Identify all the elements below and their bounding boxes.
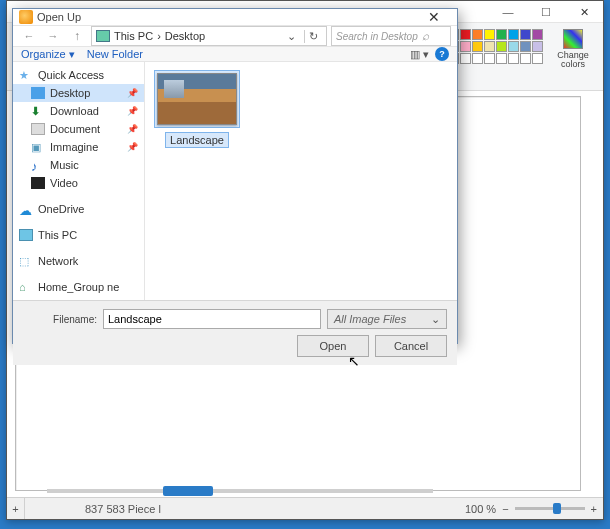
dialog-title: Open Up (37, 11, 81, 23)
pin-icon: 📌 (127, 142, 138, 152)
sidebar-item-quick-access[interactable]: Quick Access (13, 66, 144, 84)
sidebar-item-this-pc[interactable]: This PC (13, 226, 144, 244)
file-area[interactable]: Landscape (145, 62, 457, 300)
color-swatch[interactable] (496, 41, 507, 52)
thumb-frame (154, 70, 240, 128)
magnifier-icon (422, 29, 429, 43)
sidebar-item-label: Desktop (50, 87, 90, 99)
color-swatch[interactable] (460, 29, 471, 40)
music-icon (31, 159, 45, 171)
color-swatch[interactable] (496, 53, 507, 64)
color-swatch[interactable] (520, 29, 531, 40)
pic-icon (31, 141, 45, 153)
color-swatch[interactable] (484, 41, 495, 52)
sidebar-item-document[interactable]: Document📌 (13, 120, 144, 138)
organize-menu[interactable]: Organize ▾ (21, 48, 75, 61)
chevron-right-icon: › (157, 30, 161, 42)
sidebar-item-label: Video (50, 177, 78, 189)
sidebar-item-label: Home_Group ne (38, 281, 119, 293)
search-icon: Search in Desktop (336, 31, 418, 42)
sidebar-item-label: This PC (38, 229, 77, 241)
color-swatch[interactable] (496, 29, 507, 40)
color-swatch[interactable] (460, 41, 471, 52)
crumb-pc[interactable]: This PC (114, 30, 153, 42)
breadcrumb[interactable]: This PC › Desktop ⌄ ↻ (91, 26, 327, 46)
sidebar-item-label: Document (50, 123, 100, 135)
zoom-slider[interactable] (515, 507, 585, 510)
thumbnail-label: Landscape (165, 132, 229, 148)
open-dialog: Open Up ✕ ← → ↑ This PC › Desktop ⌄ ↻ Se… (12, 8, 458, 344)
color-swatch[interactable] (508, 53, 519, 64)
sidebar: Quick AccessDesktop📌Download📌Document📌Im… (13, 62, 145, 300)
horizontal-scrollbar[interactable] (47, 489, 433, 493)
help-icon[interactable]: ? (435, 47, 449, 61)
status-bar: + 837 583 Piece l 100 % − + (7, 497, 603, 519)
sidebar-item-label: Music (50, 159, 79, 171)
crumb-desktop[interactable]: Desktop (165, 30, 205, 42)
new-folder-button[interactable]: New Folder (87, 48, 143, 60)
sidebar-item-label: Immagine (50, 141, 98, 153)
sidebar-item-download[interactable]: Download📌 (13, 102, 144, 120)
sidebar-item-immagine[interactable]: Immagine📌 (13, 138, 144, 156)
home-icon (19, 281, 33, 293)
pc-icon (19, 229, 33, 241)
search-input[interactable]: Search in Desktop (331, 26, 451, 46)
refresh-button[interactable]: ↻ (304, 30, 322, 43)
change-colors-button[interactable]: Change colors (549, 29, 597, 69)
change-colors-label: Change colors (549, 51, 597, 69)
dialog-toolbar: Organize ▾ New Folder ▥ ▾ ? (13, 47, 457, 62)
sidebar-item-music[interactable]: Music (13, 156, 144, 174)
open-button[interactable]: Open ↖ (297, 335, 369, 357)
color-swatch[interactable] (472, 53, 483, 64)
zoom-out-icon[interactable]: − (502, 503, 508, 515)
od-icon (19, 203, 33, 215)
dl-icon (31, 105, 45, 117)
sidebar-item-label: Network (38, 255, 78, 267)
breadcrumb-dropdown[interactable]: ⌄ (283, 30, 300, 43)
up-button[interactable]: ↑ (67, 26, 87, 46)
forward-button[interactable]: → (43, 26, 63, 46)
zoom-value: 100 % (465, 503, 496, 515)
file-type-filter[interactable]: All Image Files (327, 309, 447, 329)
open-button-label: Open (320, 340, 347, 352)
sidebar-item-desktop[interactable]: Desktop📌 (13, 84, 144, 102)
color-swatch[interactable] (472, 29, 483, 40)
sidebar-item-onedrive[interactable]: OneDrive (13, 200, 144, 218)
color-swatch[interactable] (472, 41, 483, 52)
color-swatch[interactable] (532, 41, 543, 52)
color-swatch[interactable] (532, 29, 543, 40)
sidebar-item-video[interactable]: Video (13, 174, 144, 192)
rainbow-icon (563, 29, 583, 49)
dialog-close-button[interactable]: ✕ (417, 9, 451, 25)
back-button[interactable]: ← (19, 26, 39, 46)
color-swatch[interactable] (520, 53, 531, 64)
sidebar-item-network[interactable]: Network (13, 252, 144, 270)
filename-input[interactable] (103, 309, 321, 329)
close-button[interactable]: ✕ (565, 1, 603, 23)
color-swatch[interactable] (508, 29, 519, 40)
maximize-button[interactable]: ☐ (527, 1, 565, 23)
doc-icon (31, 123, 45, 135)
color-swatch[interactable] (508, 41, 519, 52)
net-icon (19, 255, 33, 267)
color-swatch[interactable] (484, 29, 495, 40)
file-thumbnail-landscape[interactable]: Landscape (153, 70, 241, 148)
desktop-icon (31, 87, 45, 99)
color-swatch[interactable] (520, 41, 531, 52)
color-swatch[interactable] (532, 53, 543, 64)
add-frame-button[interactable]: + (7, 498, 25, 519)
dialog-body: Quick AccessDesktop📌Download📌Document📌Im… (13, 62, 457, 300)
dialog-titlebar: Open Up ✕ (13, 9, 457, 26)
color-swatch[interactable] (460, 53, 471, 64)
minimize-button[interactable]: — (489, 1, 527, 23)
color-swatch[interactable] (484, 53, 495, 64)
sidebar-item-home-group-ne[interactable]: Home_Group ne (13, 278, 144, 296)
view-mode-button[interactable]: ▥ ▾ (410, 48, 429, 61)
sidebar-item-label: Quick Access (38, 69, 104, 81)
disk-icon (96, 30, 110, 42)
sidebar-item-label: Download (50, 105, 99, 117)
cancel-button[interactable]: Cancel (375, 335, 447, 357)
zoom-controls[interactable]: 100 % − + (465, 503, 597, 515)
video-icon (31, 177, 45, 189)
zoom-in-icon[interactable]: + (591, 503, 597, 515)
